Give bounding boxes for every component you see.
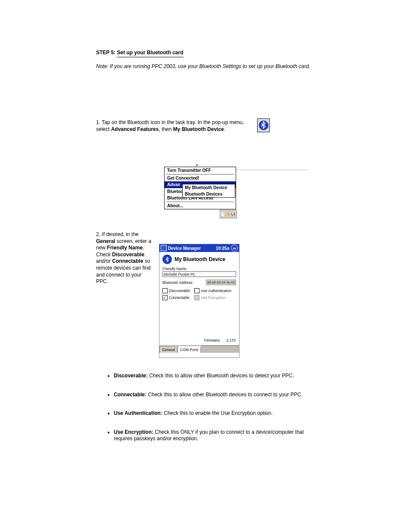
window-title: Device Manager — [168, 246, 201, 251]
bullet-connectable: Connectable: Check this to allow other B… — [114, 392, 314, 398]
checkbox-connectable[interactable] — [162, 295, 168, 300]
bluetooth-icon — [162, 255, 172, 264]
clock: 10:25a — [216, 246, 229, 251]
device-manager-window: Device Manager 10:25a ok My Bluetooth De… — [159, 244, 240, 358]
firmware-value: 2.170 — [227, 338, 236, 342]
checkbox-discoverable[interactable] — [162, 288, 168, 293]
para-1: 1. Tap on the Bluetooth icon in the task… — [96, 119, 253, 133]
checkbox-authentication-label: Use Authentication — [201, 289, 231, 293]
checkbox-encryption-label: Use Encryption — [201, 296, 226, 300]
checkbox-connectable-label: Connectable — [169, 296, 190, 300]
tab-general[interactable]: General — [159, 346, 177, 353]
step-note: Note: If you are running PPC 2003, use y… — [96, 63, 318, 70]
bluetooth-tray-icon: ⌘ — [257, 118, 270, 132]
menu-divider — [166, 174, 234, 174]
step-prefix: STEP 5: — [96, 50, 115, 56]
panel-header: My Bluetooth Device — [174, 256, 225, 262]
menu-divider — [166, 202, 234, 202]
submenu-item-my-device[interactable]: My Bluetooth Device — [183, 184, 235, 191]
bullet-discoverable: Discoverable: Check this to allow other … — [114, 373, 314, 380]
friendly-name-label: Friendly Name: — [162, 267, 236, 271]
ok-button[interactable]: ok — [231, 245, 238, 252]
windows-icon — [161, 245, 167, 251]
para-2: 2. If desired, in the General screen, en… — [96, 231, 154, 285]
address-label: Bluetooth Address: — [162, 280, 193, 285]
checkbox-encryption — [194, 295, 199, 300]
step-title: Set up your Bluetooth card — [117, 50, 183, 57]
firmware-label: Firmware: — [204, 338, 221, 342]
menu-item-turn-off[interactable]: Turn Transmitter OFF — [165, 167, 236, 174]
tab-com-ports[interactable]: COM Ports — [177, 346, 201, 353]
menu-item-about[interactable]: About... — [165, 202, 236, 209]
submenu-item-devices[interactable]: Bluetooth Devices — [183, 191, 235, 197]
checkbox-authentication[interactable] — [194, 288, 199, 293]
taskbar-fragment: 📄 🖐 📢 — [219, 210, 237, 218]
friendly-name-input[interactable] — [162, 271, 236, 277]
context-submenu: My Bluetooth Device Bluetooth Devices — [182, 184, 235, 198]
bullet-authentication: Use Authentication: Check this to enable… — [114, 410, 314, 417]
address-value: 00.e0.03.24.3c.b3 — [206, 280, 236, 285]
window-titlebar: Device Manager 10:25a ok — [159, 244, 239, 252]
bullet-encryption: Use Encryption: Check this ONLY if you p… — [114, 429, 314, 442]
feature-bullet-list: Discoverable: Check this to allow other … — [103, 373, 314, 442]
checkbox-discoverable-label: Discoverable — [169, 289, 190, 293]
tab-bar: General COM Ports — [159, 345, 239, 353]
menu-item-get-connected[interactable]: Get Connected! — [165, 175, 236, 181]
